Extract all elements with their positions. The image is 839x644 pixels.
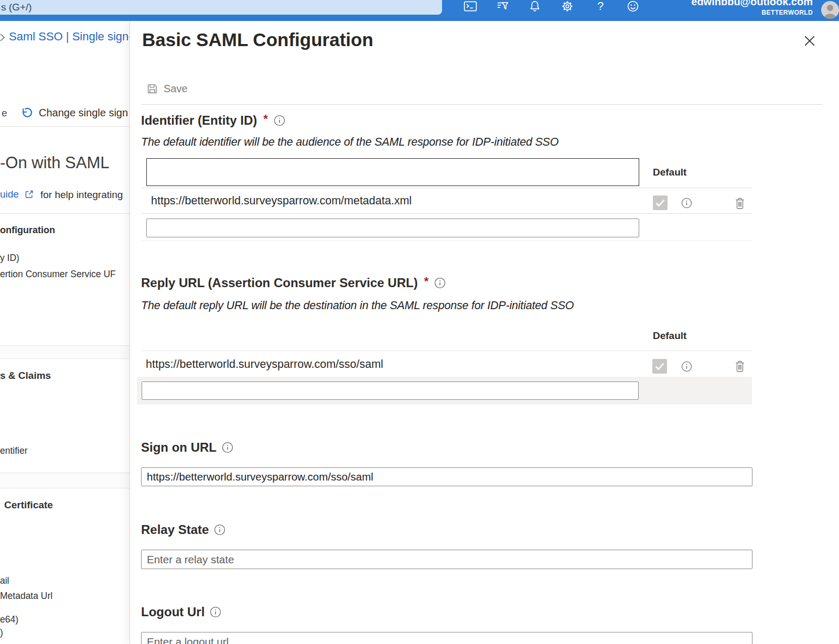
azure-portal: s (G+/) ? edwinbb (0, 0, 839, 644)
toolbar-divider (141, 104, 823, 105)
search-text: s (G+/) (1, 2, 32, 13)
save-icon (147, 83, 158, 94)
guide-text-fragment: for help integrating (40, 189, 123, 201)
save-button[interactable]: Save (147, 83, 188, 95)
feedback-icon[interactable] (626, 0, 640, 13)
info-icon[interactable] (210, 606, 221, 618)
delete-icon[interactable] (734, 359, 746, 373)
sign-on-url-input[interactable] (141, 467, 752, 486)
identifier-default-header: Default (653, 167, 686, 178)
settings-icon[interactable] (561, 0, 574, 13)
global-search-input[interactable]: s (G+/) (0, 0, 442, 15)
notifications-icon[interactable] (528, 0, 542, 13)
logout-url-heading: Logout Url (141, 605, 221, 619)
section3-row2: Metadata Url (0, 591, 52, 602)
section1-row2: ertion Consumer Service UF (0, 269, 116, 280)
reply-new-input[interactable] (142, 381, 639, 400)
section3-title-fragment: Certificate (4, 499, 53, 511)
reply-url-value: https://betterworld.surveysparrow.com/ss… (146, 358, 383, 371)
identifier-heading: Identifier (Entity ID) * (141, 113, 285, 128)
external-link-icon (24, 189, 35, 200)
reply-url-description: The default reply URL will be the destin… (141, 299, 574, 312)
relay-state-heading: Relay State (141, 522, 225, 537)
section2-row1: entifier (0, 445, 28, 456)
undo-icon (19, 106, 34, 120)
breadcrumb-chevron-icon (0, 33, 5, 42)
required-asterisk: * (263, 112, 268, 126)
panel-title: Basic SAML Configuration (142, 29, 373, 50)
check-icon (653, 195, 668, 210)
section1-row1: y ID) (0, 253, 19, 264)
breadcrumb-link[interactable]: Saml SSO | Single sign- (9, 30, 130, 43)
info-icon[interactable] (214, 524, 225, 536)
info-icon[interactable] (681, 198, 692, 209)
cloud-shell-icon[interactable] (464, 0, 477, 13)
relay-state-input[interactable] (141, 550, 752, 569)
section2-title-fragment: s & Claims (0, 370, 51, 381)
top-bar: s (G+/) ? edwinbb (0, 0, 839, 21)
reply-default-checkbox[interactable] (652, 359, 667, 374)
reply-default-header: Default (653, 330, 686, 342)
background-page: Saml SSO | Single sign- e Change single … (0, 21, 130, 644)
identifier-value: https://betterworld.surveysparrow.com/me… (151, 194, 412, 208)
delete-icon[interactable] (734, 197, 746, 210)
check-icon (652, 359, 667, 374)
sign-on-url-heading: Sign on URL (141, 440, 233, 455)
avatar[interactable] (821, 1, 839, 19)
info-icon[interactable] (681, 361, 692, 372)
change-single-sign-on-button[interactable]: Change single sign (39, 107, 128, 119)
section3-row3: e64) (0, 614, 18, 625)
identifier-default-checkbox[interactable] (653, 195, 668, 210)
save-label: Save (164, 83, 188, 95)
identifier-new-input[interactable] (146, 158, 639, 186)
reply-url-heading: Reply URL (Assertion Consumer Service UR… (141, 276, 446, 290)
section3-row1: ail (0, 575, 9, 586)
account-email[interactable]: edwinbbu@outlook.com (691, 0, 813, 8)
account-tenant: BETTERWORLD (761, 9, 813, 16)
toolbar-fragment: e (2, 107, 7, 119)
identifier-description: The default identifier will be the audie… (141, 136, 558, 149)
info-icon[interactable] (222, 442, 233, 453)
directory-filter-icon[interactable] (496, 0, 509, 13)
section1-title-fragment: onfiguration (0, 225, 55, 236)
required-asterisk: * (424, 275, 429, 288)
help-icon[interactable]: ? (594, 0, 607, 13)
info-icon[interactable] (274, 115, 285, 126)
guide-link-fragment[interactable]: uide (0, 189, 19, 200)
basic-saml-configuration-panel: Basic SAML Configuration Save Identifier… (130, 21, 839, 644)
identifier-extra-input[interactable] (146, 219, 639, 237)
info-icon[interactable] (434, 277, 446, 289)
logout-url-input[interactable] (141, 632, 752, 644)
section3-row4: ) (0, 627, 3, 638)
close-icon[interactable] (803, 35, 816, 47)
saml-heading-fragment: -On with SAML (0, 154, 109, 172)
